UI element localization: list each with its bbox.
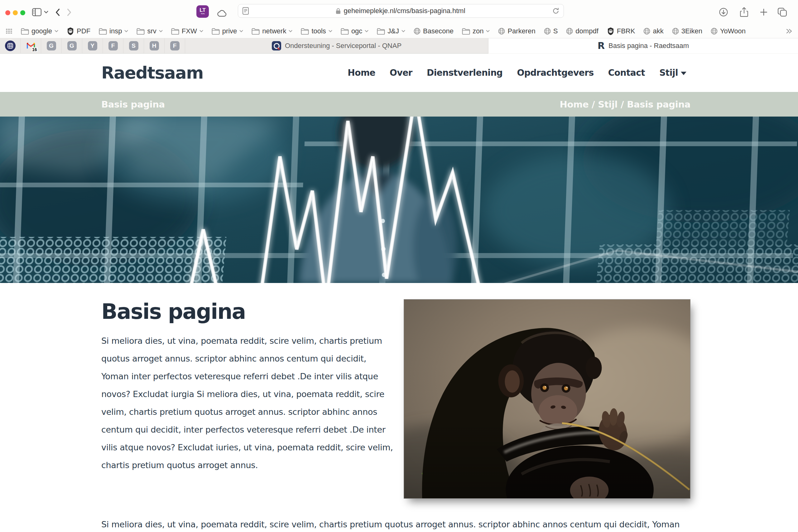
tab-title: Ondersteuning - Serviceportal - QNAP xyxy=(285,42,401,50)
chevron-down-icon xyxy=(240,30,243,33)
bookmark-pdf[interactable]: PDF xyxy=(67,27,90,35)
nav-stijl-dropdown[interactable]: Stijl xyxy=(659,68,686,78)
chevron-down-icon xyxy=(289,30,292,33)
bookmark-basecone[interactable]: Basecone xyxy=(414,27,454,35)
bookmark-label: FBRK xyxy=(617,27,635,35)
nav-dienstverlening[interactable]: Dienstverlening xyxy=(427,68,502,78)
chevron-down-icon xyxy=(55,30,58,33)
globe-icon xyxy=(544,28,551,35)
bookmark-folder-prive[interactable]: prive xyxy=(212,27,244,35)
pinned-tab-f2[interactable]: F xyxy=(165,38,185,54)
chimpanzee-photo xyxy=(404,299,690,499)
letter-favicon: G xyxy=(47,41,56,51)
bookmark-folder-zon[interactable]: zon xyxy=(462,27,490,35)
bookmark-folder-fxw[interactable]: FXW xyxy=(171,27,203,35)
folder-icon xyxy=(212,28,220,35)
nav-home[interactable]: Home xyxy=(347,68,375,78)
chevron-down-icon xyxy=(328,30,332,33)
bookmark-akk[interactable]: akk xyxy=(643,27,663,35)
bookmark-fbrk[interactable]: FBRK xyxy=(607,27,635,35)
sidebar-toggle-button[interactable] xyxy=(31,7,42,17)
main-nav: Home Over Dienstverlening Opdrachtgevers… xyxy=(347,68,686,78)
pinned-tab-h[interactable]: H xyxy=(144,38,165,54)
bookmark-label: S xyxy=(553,27,558,35)
bookmark-folder-tools[interactable]: tools xyxy=(301,27,332,35)
bookmark-folder-netwerk[interactable]: netwerk xyxy=(251,27,292,35)
bookmark-yowoon[interactable]: YoWoon xyxy=(711,27,746,35)
globe-icon xyxy=(566,28,573,35)
bookmark-folder-jj[interactable]: J&J xyxy=(377,27,405,35)
bookmark-dompdf[interactable]: dompdf xyxy=(566,27,598,35)
bookmark-label: ogc xyxy=(351,27,362,35)
minimize-window-button[interactable] xyxy=(13,10,18,15)
bookmark-label: PDF xyxy=(77,27,90,35)
web-page: Raedtsaam Home Over Dienstverlening Opdr… xyxy=(0,54,798,532)
folder-icon xyxy=(377,28,385,35)
reader-view-icon[interactable] xyxy=(243,7,249,15)
forward-button[interactable] xyxy=(63,7,75,17)
tab-raedtsaam-active[interactable]: R Basis pagina - Raedtsaam xyxy=(489,38,798,54)
share-icon xyxy=(740,7,748,17)
zoom-window-button[interactable] xyxy=(20,10,25,15)
gmail-favicon: 16 xyxy=(26,41,36,51)
languagetool-extension-button[interactable]: LT ~~ xyxy=(196,5,209,18)
bookmark-folder-insp[interactable]: insp xyxy=(99,27,128,35)
folder-icon xyxy=(99,28,107,35)
letter-favicon: S xyxy=(129,41,138,51)
reload-icon[interactable] xyxy=(552,7,559,14)
icloud-tabs-button[interactable] xyxy=(216,8,228,19)
bookmark-label: akk xyxy=(653,27,663,35)
bookmark-label: YoWoon xyxy=(720,27,746,35)
nav-contact[interactable]: Contact xyxy=(608,68,645,78)
share-button[interactable] xyxy=(739,7,750,17)
pinned-tab-g2[interactable]: G xyxy=(62,38,82,54)
cloud-icon xyxy=(217,10,227,17)
site-logo[interactable]: Raedtsaam xyxy=(101,63,203,82)
chevron-down-icon xyxy=(486,30,490,33)
bookmark-label: tools xyxy=(311,27,326,35)
chevron-down-icon xyxy=(44,11,48,14)
bookmark-3eiken[interactable]: 3Eiken xyxy=(672,27,702,35)
folder-icon xyxy=(171,28,179,35)
bookmark-s[interactable]: S xyxy=(544,27,558,35)
bookmark-label: srv xyxy=(147,27,156,35)
new-tab-button[interactable] xyxy=(758,7,769,17)
bookmark-parkeren[interactable]: Parkeren xyxy=(498,27,535,35)
downloads-button[interactable] xyxy=(718,7,729,17)
pinned-tab-f1[interactable]: F xyxy=(103,38,124,54)
tab-overview-button[interactable] xyxy=(777,7,788,17)
globe-icon xyxy=(711,28,718,35)
close-window-button[interactable] xyxy=(5,10,10,15)
chevron-down-icon xyxy=(200,30,203,33)
tab-qnap[interactable]: Ondersteuning - Serviceportal - QNAP xyxy=(185,38,489,54)
fbrk-app-icon xyxy=(607,27,614,35)
bookmark-folder-google[interactable]: google xyxy=(21,27,58,35)
pinned-tab-gmail[interactable]: 16 xyxy=(21,38,41,54)
browser-window: LT ~~ geheimeplekje.nl/cms/basis-pagina.… xyxy=(0,0,798,532)
bookmark-label: Basecone xyxy=(423,27,454,35)
nav-over[interactable]: Over xyxy=(390,68,413,78)
bookmarks-overflow-button[interactable] xyxy=(786,29,792,34)
pinned-tab-g1[interactable]: G xyxy=(41,38,62,54)
chevron-down-icon xyxy=(365,30,368,33)
pinned-tab-s[interactable]: S xyxy=(124,38,144,54)
breadcrumb[interactable]: Home / Stijl / Basis pagina xyxy=(559,99,690,110)
sidebar-menu-chevron[interactable] xyxy=(43,7,50,17)
bookmark-folder-srv[interactable]: srv xyxy=(136,27,163,35)
bookmark-folder-ogc[interactable]: ogc xyxy=(341,27,368,35)
folder-icon xyxy=(301,28,309,35)
address-bar[interactable]: geheimeplekje.nl/cms/basis-pagina.html xyxy=(238,4,564,18)
sidebar-icon xyxy=(32,8,41,16)
chevron-right-icon xyxy=(67,8,72,16)
bookmark-label: Parkeren xyxy=(508,27,535,35)
favorites-grid-icon[interactable] xyxy=(6,28,13,35)
back-button[interactable] xyxy=(52,7,63,17)
browser-toolbar: LT ~~ geheimeplekje.nl/cms/basis-pagina.… xyxy=(0,0,798,24)
bookmark-label: google xyxy=(32,27,52,35)
tab-bar: 16 G G Y F S H F Ondersteuning - Service… xyxy=(0,38,798,54)
folder-icon xyxy=(21,28,29,35)
nav-opdrachtgevers[interactable]: Opdrachtgevers xyxy=(517,68,593,78)
bookmark-label: 3Eiken xyxy=(681,27,702,35)
pinned-tab-y[interactable]: Y xyxy=(82,38,103,54)
pinned-tab-apps[interactable] xyxy=(0,38,21,54)
